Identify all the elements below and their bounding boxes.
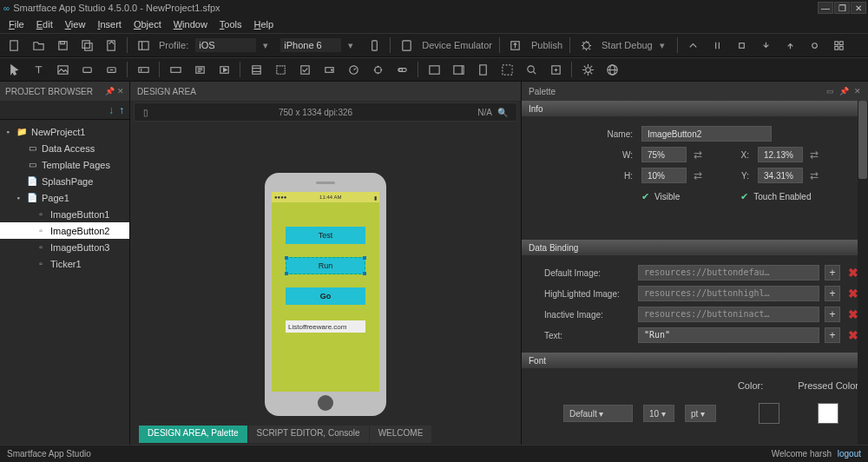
resize-handle[interactable] [285,256,288,260]
section-font[interactable]: Font [522,353,868,368]
sync-icon[interactable]: ⇄ [806,148,822,161]
repeat-icon[interactable] [247,61,265,78]
phone-screen[interactable]: ●●●●11:44 AM▮ Test Run Go Listoffreeware… [272,192,379,392]
save-icon[interactable] [54,36,71,54]
ticker[interactable]: Listoffreeware.com [286,320,365,333]
menu-edit[interactable]: Edit [31,17,58,31]
tab-script-console[interactable]: SCRIPT EDITOR, Console [248,426,369,443]
logout-link[interactable]: logout [838,449,861,459]
layout-icon[interactable] [135,36,152,54]
tree-item-imagebutton1[interactable]: ▫ImageButton1 [0,206,129,222]
resize-handle[interactable] [285,272,288,275]
menu-insert[interactable]: Insert [92,17,127,31]
combo-icon[interactable] [320,61,338,78]
imagebutton-test[interactable]: Test [286,227,365,244]
gear-icon[interactable] [579,61,596,78]
menu-file[interactable]: File [3,17,30,31]
image-icon[interactable] [54,61,71,78]
minimize-button[interactable]: — [818,2,833,14]
tab-welcome[interactable]: WELCOME [370,426,432,443]
publish-label[interactable]: Publish [531,40,562,50]
switch-icon[interactable] [393,61,411,78]
section-databinding[interactable]: Data Binding [522,240,868,255]
sync-icon[interactable]: ⇄ [806,169,822,182]
touch-checkbox[interactable]: ✔Touch Enabled [740,191,811,202]
new-icon[interactable] [5,36,23,54]
slider-icon[interactable] [345,61,362,78]
export-icon[interactable] [102,36,120,54]
container-icon[interactable] [425,61,443,78]
menu-help[interactable]: Help [249,17,279,31]
textbox-icon[interactable] [167,61,184,78]
sync-icon[interactable]: ⇄ [690,148,706,161]
pause-icon[interactable] [709,36,727,54]
visible-checkbox[interactable]: ✔Visible [641,191,680,202]
y-input[interactable] [758,168,803,183]
imagebutton-go[interactable]: Go [286,287,365,305]
cursor-icon[interactable] [5,61,23,78]
imagebutton-run-selected[interactable]: Run [286,257,365,274]
resize-handle[interactable] [363,272,366,275]
close-button[interactable]: ✕ [851,2,866,14]
chevron-down-icon[interactable]: ▾ [348,40,358,51]
add-button[interactable]: + [825,265,840,280]
scrollbar-thumb[interactable] [858,101,867,179]
debug-label[interactable]: Start Debug [602,40,653,50]
saveall-icon[interactable] [78,36,95,54]
grid-icon[interactable] [831,36,848,54]
step-over-icon[interactable] [685,36,702,54]
label-icon[interactable] [191,61,208,78]
tree-item-imagebutton2[interactable]: ▫ImageButton2 [0,222,129,239]
step-into-icon[interactable] [758,36,775,54]
inactive-image-value[interactable]: resources://buttoninact… [638,307,819,322]
text-value[interactable]: "Run" [638,327,819,343]
arrow-down-icon[interactable]: ↓ [108,104,114,116]
scroll-icon[interactable] [450,61,467,78]
maximize-button[interactable]: ❐ [834,2,850,14]
resize-handle[interactable] [363,256,366,260]
textbutton-icon[interactable] [102,61,120,78]
tree-item-dataaccess[interactable]: ▭Data Access [0,140,129,156]
design-canvas[interactable]: ●●●●11:44 AM▮ Test Run Go Listoffreeware… [130,122,521,462]
editbox-icon[interactable] [135,61,152,78]
tab-design-palette[interactable]: DESIGN AREA, Palette [139,426,247,443]
zoom-icon[interactable]: 🔍 [497,108,508,117]
step-out-icon[interactable] [782,36,799,54]
chevron-down-icon[interactable]: ▾ [660,40,670,51]
w-input[interactable] [641,147,687,162]
checkbox-icon[interactable] [296,61,313,78]
canvas-icon[interactable] [498,61,516,78]
color-swatch[interactable] [759,403,779,424]
font-family-select[interactable]: Default ▾ [563,405,633,422]
sync-icon[interactable]: ⇄ [690,169,706,182]
add-button[interactable]: + [825,307,840,322]
close-icon[interactable]: ✕ [854,87,861,96]
debug-icon[interactable] [577,36,595,54]
tree-item-templatepages[interactable]: ▭Template Pages [0,156,129,173]
h-input[interactable] [641,168,687,183]
stop-icon[interactable] [733,36,751,54]
chevron-down-icon[interactable]: ▾ [263,40,273,51]
tree-item-splashpage[interactable]: 📄SplashPage [0,173,129,189]
menu-window[interactable]: Window [168,17,213,31]
open-icon[interactable] [30,36,47,54]
import-icon[interactable] [547,61,564,78]
palette-scrollbar[interactable] [858,101,868,462]
add-button[interactable]: + [825,327,840,343]
emulator-icon[interactable] [398,36,415,54]
globe-icon[interactable] [603,61,621,78]
dock-icon[interactable]: ▭ [826,87,834,96]
font-size-select[interactable]: 10 ▾ [643,405,674,422]
pin-icon[interactable]: 📌 [105,87,115,96]
profile-select[interactable]: iOS [195,38,256,52]
x-input[interactable] [758,147,803,162]
text-icon[interactable] [30,61,47,78]
button-icon[interactable] [78,61,95,78]
video-icon[interactable] [215,61,233,78]
publish-icon[interactable] [507,36,524,54]
font-unit-select[interactable]: pt ▾ [685,405,716,422]
section-info[interactable]: Info [522,101,868,116]
page-icon[interactable] [474,61,491,78]
orientation-icon[interactable] [365,36,383,54]
select-icon[interactable] [272,61,289,78]
